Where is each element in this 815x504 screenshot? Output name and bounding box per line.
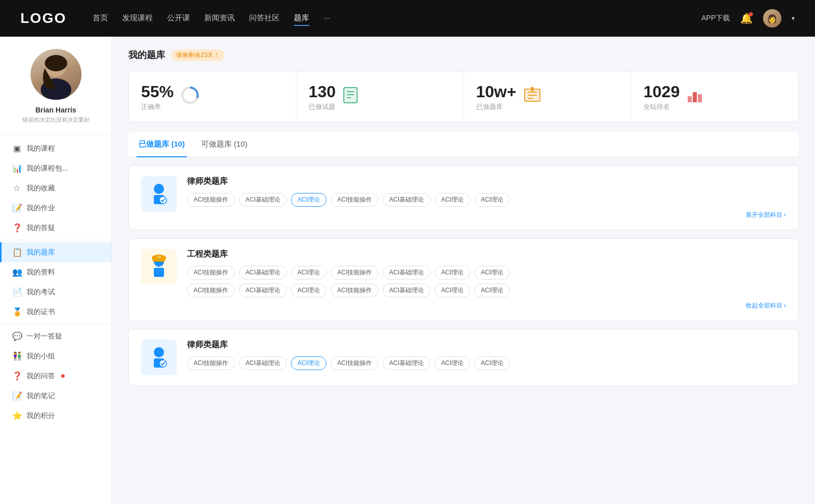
avatar-image: 👩 [763,9,781,27]
questions-notification-dot [61,374,65,378]
bank3-tag-6[interactable]: ACI理论 [474,356,510,370]
sidebar-item-my-courses[interactable]: ▣ 我的课程 [0,138,112,158]
sidebar-item-questions[interactable]: ❓ 我的问答 [0,366,112,386]
stat-ranking-value: 1029 [643,82,680,101]
bank3-tag-2[interactable]: ACI理论 [291,356,327,370]
bank-card-3-content: 律师类题库 ACI技能操作 ACI基础理论 ACI理论 ACI技能操作 ACI基… [187,340,786,372]
sidebar-item-certificate[interactable]: 🏅 我的证书 [0,302,112,322]
bank1-tag-3[interactable]: ACI技能操作 [331,193,378,207]
bank2-extra-tag-6[interactable]: ACI理论 [474,284,510,297]
sidebar-item-questionbank[interactable]: 📋 我的题库 [0,242,112,262]
done-banks-icon [524,87,541,107]
sidebar-item-one-on-one[interactable]: 💬 一对一答疑 [0,326,112,346]
bank2-extra-tag-5[interactable]: ACI理论 [434,284,470,297]
nav-home[interactable]: 首页 [93,11,108,26]
sidebar-item-label: 我的题库 [26,248,55,257]
logo: LOGO [20,10,66,26]
notes-icon: 📝 [12,391,21,401]
bank2-tag-3[interactable]: ACI技能操作 [331,266,378,279]
bank2-tag-6[interactable]: ACI理论 [474,266,510,279]
bank3-tag-3[interactable]: ACI技能操作 [331,356,378,370]
tab-available-banks[interactable]: 可做题库 (10) [199,132,250,157]
sidebar-item-label: 我的作业 [26,204,55,213]
sidebar-item-label: 我的笔记 [26,391,55,401]
bank2-extra-tag-0[interactable]: ACI技能操作 [187,284,235,297]
bank3-tag-5[interactable]: ACI理论 [434,356,470,370]
bank2-tag-4[interactable]: ACI基础理论 [383,266,430,279]
page-title: 我的题库 [128,49,165,61]
svg-rect-18 [698,94,702,102]
navbar-right: APP下载 🔔 👩 ▾ [701,9,795,27]
bank-card-2-content: 工程类题库 ACI技能操作 ACI基础理论 ACI理论 ACI技能操作 ACI基… [187,249,786,310]
notification-bell-icon[interactable]: 🔔 [740,12,753,24]
avatar[interactable]: 👩 [763,9,781,27]
bank-card-1-tags: ACI技能操作 ACI基础理论 ACI理论 ACI技能操作 ACI基础理论 AC… [187,193,786,207]
bank2-extra-tag-1[interactable]: ACI基础理论 [239,284,287,297]
bank2-tag-0[interactable]: ACI技能操作 [187,266,235,279]
sidebar-divider-1 [0,240,112,240]
sidebar-item-label: 我的积分 [26,411,55,421]
sidebar-item-label: 我的收藏 [26,184,55,193]
sidebar-item-profile[interactable]: 👥 我的资料 [0,262,112,282]
bank1-tag-6[interactable]: ACI理论 [474,193,510,207]
stats-row: 55% 正确率 130 已做试题 [128,71,799,122]
svg-point-29 [159,360,167,367]
sidebar-item-homework[interactable]: 📝 我的作业 [0,198,112,218]
sidebar-item-group[interactable]: 👫 我的小组 [0,346,112,366]
app-download-button[interactable]: APP下载 [701,14,730,23]
tab-done-banks[interactable]: 已做题库 (10) [137,132,187,157]
sidebar-item-points[interactable]: ⭐ 我的积分 [0,406,112,426]
svg-rect-26 [157,256,161,259]
sidebar-item-favorites[interactable]: ☆ 我的收藏 [0,178,112,198]
nav-open-course[interactable]: 公开课 [167,11,190,26]
one-on-one-icon: 💬 [12,331,21,341]
bank3-tag-0[interactable]: ACI技能操作 [187,356,235,370]
bank1-tag-1[interactable]: ACI基础理论 [239,193,287,207]
sidebar-item-label: 我的课程包... [26,164,68,173]
bank1-tag-5[interactable]: ACI理论 [434,193,470,207]
nav-news[interactable]: 新闻资讯 [204,11,235,26]
sidebar-username: Brian Harris [10,106,101,114]
stat-done-questions-label: 已做试题 [309,102,336,111]
bank-card-3-tags: ACI技能操作 ACI基础理论 ACI理论 ACI技能操作 ACI基础理论 AC… [187,356,786,370]
sidebar-item-notes[interactable]: 📝 我的笔记 [0,386,112,406]
bank1-tag-0[interactable]: ACI技能操作 [187,193,235,207]
sidebar-item-label: 我的问答 [26,372,55,381]
qa-icon: ❓ [12,223,21,233]
nav-more[interactable]: ··· [323,11,330,26]
sidebar-item-label: 我的证书 [26,307,55,317]
avatar-dropdown-icon[interactable]: ▾ [792,15,795,22]
nav-questionbank[interactable]: 题库 [294,11,309,26]
questions-icon: ❓ [12,371,21,381]
nav-qa[interactable]: 问答社区 [249,11,280,26]
bank-card-2-collapse[interactable]: 收起全部科目 › [187,301,786,310]
bank3-tag-1[interactable]: ACI基础理论 [239,356,287,370]
bank3-tag-4[interactable]: ACI基础理论 [383,356,430,370]
sidebar-motto: 错误的决定比没有决定要好 [10,116,101,124]
sidebar-avatar [31,49,82,100]
bank2-tag-1[interactable]: ACI基础理论 [239,266,287,279]
bank-card-2-title: 工程类题库 [187,249,786,260]
sidebar-item-qa[interactable]: ❓ 我的答疑 [0,218,112,238]
bank1-tag-4[interactable]: ACI基础理论 [383,193,430,207]
sidebar-item-course-package[interactable]: 📊 我的课程包... [0,158,112,178]
bank2-tag-2[interactable]: ACI理论 [291,266,327,279]
bank2-extra-tag-4[interactable]: ACI基础理论 [383,284,430,297]
questionbank-icon: 📋 [12,247,21,257]
svg-rect-15 [531,87,534,91]
bank2-extra-tag-3[interactable]: ACI技能操作 [331,284,378,297]
bank1-tag-2[interactable]: ACI理论 [291,193,327,207]
bank-card-1-header: 律师类题库 ACI技能操作 ACI基础理论 ACI理论 ACI技能操作 ACI基… [141,176,786,219]
bank2-extra-tag-2[interactable]: ACI理论 [291,284,327,297]
ranking-icon [687,87,703,107]
my-courses-icon: ▣ [12,144,21,153]
accuracy-chart-icon [181,86,199,108]
bank-card-2-icon [141,249,177,285]
stat-done-banks-value: 10w+ [476,82,517,101]
sidebar-item-label: 我的课程 [26,144,55,153]
nav-courses[interactable]: 发现课程 [122,11,153,26]
lawyer-svg [146,181,172,207]
bank2-tag-5[interactable]: ACI理论 [434,266,470,279]
sidebar-item-exam[interactable]: 📄 我的考试 [0,282,112,302]
bank-card-1-expand[interactable]: 展开全部科目 › [187,211,786,219]
